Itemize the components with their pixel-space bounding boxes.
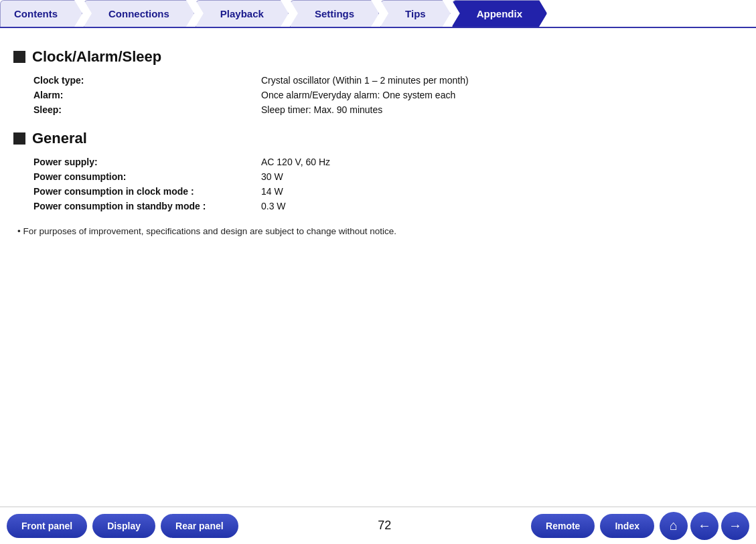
home-icon: ⌂	[670, 518, 678, 533]
spec-value: Once alarm/Everyday alarm: One system ea…	[261, 90, 455, 100]
spec-value: AC 120 V, 60 Hz	[261, 157, 330, 167]
spec-value: 30 W	[261, 171, 283, 182]
tab-playback[interactable]: Playback	[196, 0, 289, 27]
spec-label: Alarm:	[33, 90, 261, 100]
table-row: Power consumption in clock mode : 14 W	[33, 186, 736, 197]
table-row: Sleep: Sleep timer: Max. 90 minutes	[33, 104, 736, 115]
tab-tips[interactable]: Tips	[380, 0, 451, 27]
remote-button[interactable]: Remote	[531, 514, 595, 538]
bottom-center: 72	[374, 519, 394, 533]
rear-panel-button[interactable]: Rear panel	[161, 514, 238, 538]
general-section-title: General	[32, 130, 87, 147]
table-row: Power consumption: 30 W	[33, 171, 736, 182]
index-button[interactable]: Index	[600, 514, 654, 538]
spec-value: Sleep timer: Max. 90 minutes	[261, 104, 382, 115]
tab-navigation: Contents Connections Playback Settings T…	[0, 0, 756, 28]
spec-label: Power consumption in clock mode :	[33, 186, 261, 197]
spec-value: 14 W	[261, 186, 283, 197]
display-button[interactable]: Display	[92, 514, 155, 538]
section-icon	[13, 51, 25, 63]
table-row: Clock type: Crystal oscillator (Within 1…	[33, 75, 736, 86]
back-icon-button[interactable]: ←	[690, 512, 719, 540]
nav-icon-buttons: ⌂ ← →	[660, 512, 749, 540]
clock-section-header: Clock/Alarm/Sleep	[13, 48, 736, 66]
forward-icon: →	[729, 518, 742, 533]
clock-section-title: Clock/Alarm/Sleep	[32, 48, 161, 66]
table-row: Power consumption in standby mode : 0.3 …	[33, 201, 736, 211]
spec-label: Clock type:	[33, 75, 261, 86]
tab-settings[interactable]: Settings	[290, 0, 379, 27]
general-spec-table: Power supply: AC 120 V, 60 Hz Power cons…	[33, 157, 736, 211]
forward-icon-button[interactable]: →	[721, 512, 749, 540]
spec-label: Sleep:	[33, 104, 261, 115]
table-row: Alarm: Once alarm/Everyday alarm: One sy…	[33, 90, 736, 100]
bottom-right-section: Remote Index ⌂ ← →	[531, 512, 749, 540]
bottom-left-buttons: Front panel Display Rear panel	[7, 514, 238, 538]
spec-label: Power consumption:	[33, 171, 261, 182]
tab-connections[interactable]: Connections	[84, 0, 194, 27]
general-section-header: General	[13, 130, 736, 147]
spec-label: Power consumption in standby mode :	[33, 201, 261, 211]
main-content: Clock/Alarm/Sleep Clock type: Crystal os…	[0, 28, 756, 507]
tab-appendix[interactable]: Appendix	[452, 0, 547, 27]
disclaimer-note: • For purposes of improvement, specifica…	[17, 226, 736, 236]
bottom-bar: Front panel Display Rear panel 72 Remote…	[0, 507, 756, 544]
page-number: 72	[374, 519, 394, 533]
back-icon: ←	[698, 518, 711, 533]
tab-contents[interactable]: Contents	[0, 0, 82, 27]
table-row: Power supply: AC 120 V, 60 Hz	[33, 157, 736, 167]
section-icon	[13, 132, 25, 145]
spec-value: Crystal oscillator (Within 1 – 2 minutes…	[261, 75, 469, 86]
home-icon-button[interactable]: ⌂	[660, 512, 688, 540]
clock-spec-table: Clock type: Crystal oscillator (Within 1…	[33, 75, 736, 115]
spec-label: Power supply:	[33, 157, 261, 167]
spec-value: 0.3 W	[261, 201, 286, 211]
front-panel-button[interactable]: Front panel	[7, 514, 87, 538]
